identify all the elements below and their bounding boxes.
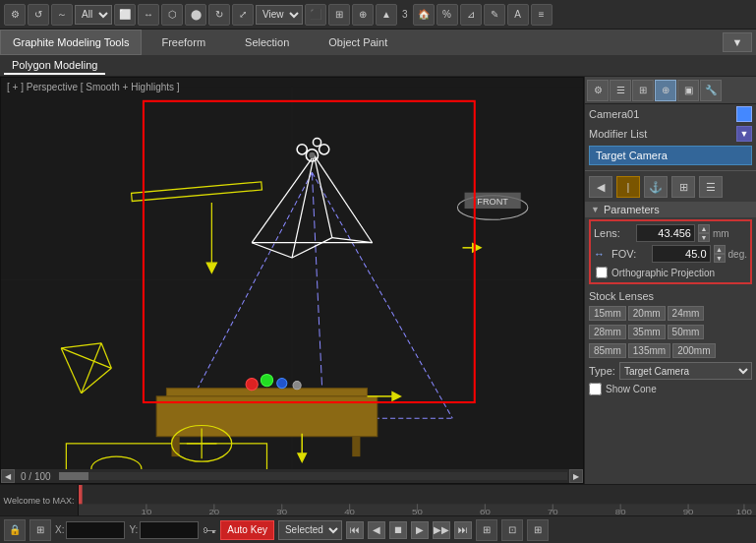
status-icon-3[interactable]: ⊞ bbox=[476, 519, 497, 541]
panel-icon-motion[interactable]: ⊕ bbox=[655, 80, 676, 101]
camera-name-label: Camera01 bbox=[589, 108, 732, 120]
sub-tab-polygon-modeling[interactable]: Polygon Modeling bbox=[4, 57, 105, 75]
panel-icon-hierarchy[interactable]: ⊞ bbox=[632, 80, 654, 101]
panel-btn-5[interactable]: ☰ bbox=[699, 176, 723, 198]
view-dropdown[interactable]: View bbox=[256, 5, 303, 25]
params-header[interactable]: ▼ Parameters bbox=[585, 202, 756, 217]
selected-dropdown[interactable]: Selected bbox=[278, 520, 342, 540]
lens-200mm[interactable]: 200mm bbox=[672, 343, 715, 358]
menu-freeform[interactable]: Freeform bbox=[142, 32, 225, 52]
scroll-left-btn[interactable]: ◀ bbox=[1, 469, 15, 483]
panel-icon-extra[interactable]: 🔧 bbox=[700, 80, 722, 101]
toolbar-btn-1[interactable]: ⚙ bbox=[4, 4, 26, 26]
lens-input[interactable] bbox=[636, 224, 695, 242]
auto-key-button[interactable]: Auto Key bbox=[220, 520, 274, 540]
svg-rect-34 bbox=[166, 389, 367, 396]
scroll-track[interactable] bbox=[59, 472, 567, 480]
show-cone-checkbox[interactable] bbox=[589, 383, 602, 395]
transport-prev[interactable]: ◀ bbox=[368, 521, 385, 539]
fov-up[interactable]: ▲ bbox=[714, 245, 726, 254]
key-icon: 🗝 bbox=[203, 522, 216, 538]
menu-graphite[interactable]: Graphite Modeling Tools bbox=[0, 30, 142, 55]
top-toolbar: ⚙ ↺ ～ All ⬜ ↔ ⬡ ⬤ ↻ ⤢ View ⬛ ⊞ ⊕ ▲ 3 🏠 %… bbox=[0, 0, 756, 30]
toolbar-btn-15[interactable]: ✎ bbox=[484, 4, 505, 26]
fov-down[interactable]: ▼ bbox=[714, 254, 726, 263]
lens-unit: mm bbox=[713, 228, 729, 239]
modifier-list-label: Modifier List bbox=[589, 128, 734, 140]
ortho-row: Orthographic Projection bbox=[594, 266, 747, 279]
panel-btn-4[interactable]: ⊞ bbox=[671, 176, 695, 198]
toolbar-btn-10[interactable]: ⊕ bbox=[352, 4, 374, 26]
lens-85mm[interactable]: 85mm bbox=[589, 343, 626, 358]
transport-end[interactable]: ⏭ bbox=[454, 521, 472, 539]
panel-btn-forward[interactable]: ⚓ bbox=[644, 176, 668, 198]
panel-icon-gear[interactable]: ⚙ bbox=[587, 80, 609, 101]
type-row: Type: Target Camera bbox=[585, 360, 756, 382]
y-label: Y: bbox=[129, 524, 138, 535]
lens-btn-row-1: 15mm 20mm 24mm bbox=[585, 304, 756, 323]
svg-point-30 bbox=[309, 152, 315, 158]
toolbar-btn-16[interactable]: A bbox=[507, 4, 529, 26]
x-input[interactable] bbox=[66, 521, 125, 539]
toolbar-btn-12[interactable]: 🏠 bbox=[413, 4, 435, 26]
scroll-right-btn[interactable]: ▶ bbox=[569, 469, 583, 483]
fov-input[interactable] bbox=[652, 245, 711, 263]
status-icon-2[interactable]: ⊞ bbox=[29, 519, 51, 541]
toolbar-btn-rotate[interactable]: ↻ bbox=[208, 4, 230, 26]
lens-50mm[interactable]: 50mm bbox=[668, 325, 705, 339]
panel-icon-utilities[interactable]: ▣ bbox=[677, 80, 699, 101]
toolbar-btn-7[interactable]: ⬤ bbox=[185, 4, 206, 26]
panel-icon-display[interactable]: ☰ bbox=[610, 80, 631, 101]
transport-start[interactable]: ⏮ bbox=[346, 521, 364, 539]
toolbar-btn-13[interactable]: % bbox=[436, 4, 458, 26]
ortho-checkbox[interactable] bbox=[596, 267, 608, 278]
toolbar-btn-11[interactable]: ▲ bbox=[376, 4, 397, 26]
y-input[interactable] bbox=[140, 521, 199, 539]
status-icon-4[interactable]: ⊡ bbox=[501, 519, 523, 541]
viewport-scrollbar[interactable]: ◀ 0 / 100 ▶ bbox=[1, 469, 583, 483]
x-label: X: bbox=[55, 524, 64, 535]
menu-right-btn[interactable]: ▼ bbox=[723, 32, 752, 52]
timeline-track[interactable]: 10 20 30 40 50 60 70 80 90 100 bbox=[79, 485, 756, 515]
transport-play[interactable]: ▶ bbox=[411, 521, 429, 539]
toolbar-btn-6[interactable]: ⬡ bbox=[161, 4, 183, 26]
toolbar-btn-17[interactable]: ≡ bbox=[531, 4, 552, 26]
lens-28mm[interactable]: 28mm bbox=[589, 325, 626, 339]
menu-selection[interactable]: Selection bbox=[225, 32, 309, 52]
lens-135mm[interactable]: 135mm bbox=[628, 343, 670, 358]
panel-btn-back[interactable]: ◀ bbox=[589, 176, 612, 198]
lens-15mm[interactable]: 15mm bbox=[589, 306, 626, 321]
toolbar-btn-8[interactable]: ⬛ bbox=[305, 4, 326, 26]
fov-icon: ↔ bbox=[594, 248, 609, 260]
status-icon-1[interactable]: 🔒 bbox=[4, 519, 26, 541]
toolbar-btn-2[interactable]: ↺ bbox=[28, 4, 49, 26]
svg-text:80: 80 bbox=[615, 508, 626, 515]
viewport-scene: FRONT bbox=[1, 78, 583, 483]
transport-next[interactable]: ▶▶ bbox=[433, 521, 450, 539]
params-content: Lens: ▲ ▼ mm ↔ FOV: ▲ ▼ bbox=[589, 219, 752, 284]
menu-object-paint[interactable]: Object Paint bbox=[309, 32, 407, 52]
all-dropdown[interactable]: All bbox=[75, 5, 112, 25]
transport-stop[interactable]: ⏹ bbox=[389, 521, 407, 539]
scroll-thumb[interactable] bbox=[59, 472, 88, 480]
type-dropdown[interactable]: Target Camera bbox=[619, 362, 752, 380]
toolbar-btn-5[interactable]: ↔ bbox=[138, 4, 159, 26]
panel-btn-active[interactable]: | bbox=[616, 176, 640, 198]
lens-20mm[interactable]: 20mm bbox=[628, 306, 666, 321]
svg-text:20: 20 bbox=[208, 508, 219, 515]
modifier-dropdown-arrow[interactable]: ▼ bbox=[736, 126, 752, 142]
lens-35mm[interactable]: 35mm bbox=[628, 325, 666, 339]
viewport[interactable]: [ + ] Perspective [ Smooth + Highlights … bbox=[0, 77, 584, 484]
toolbar-btn-4[interactable]: ⬜ bbox=[114, 4, 136, 26]
lens-up[interactable]: ▲ bbox=[698, 224, 710, 233]
lens-down[interactable]: ▼ bbox=[698, 233, 710, 242]
toolbar-btn-scale[interactable]: ⤢ bbox=[232, 4, 254, 26]
show-cone-row: Show Cone bbox=[585, 382, 756, 396]
toolbar-btn-3[interactable]: ～ bbox=[51, 4, 73, 26]
status-icon-5[interactable]: ⊞ bbox=[527, 519, 549, 541]
lens-24mm[interactable]: 24mm bbox=[668, 306, 705, 321]
toolbar-btn-9[interactable]: ⊞ bbox=[328, 4, 350, 26]
svg-text:60: 60 bbox=[480, 508, 491, 515]
target-camera-item[interactable]: Target Camera bbox=[589, 146, 752, 165]
toolbar-btn-14[interactable]: ⊿ bbox=[460, 4, 482, 26]
